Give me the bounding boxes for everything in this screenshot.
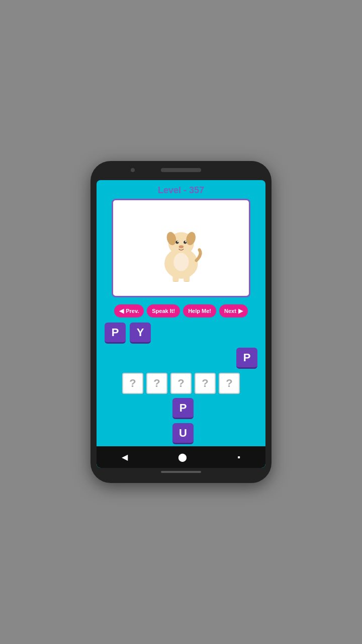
svg-point-5 xyxy=(184,240,187,244)
puzzle-image xyxy=(112,199,250,297)
svg-point-8 xyxy=(178,245,184,248)
svg-point-6 xyxy=(177,240,178,242)
letter-row-4: U xyxy=(101,423,261,444)
prev-arrow-icon: ◀ xyxy=(119,307,124,314)
next-button[interactable]: Next ▶ xyxy=(219,304,248,317)
level-title: Level - 357 xyxy=(97,180,265,199)
phone-speaker xyxy=(161,168,201,172)
letter-row-1: P Y xyxy=(101,323,261,344)
svg-rect-9 xyxy=(172,274,178,281)
recents-nav-button[interactable]: ▪ xyxy=(231,451,246,464)
dog-illustration xyxy=(134,215,229,282)
svg-point-13 xyxy=(173,253,189,271)
letter-row-2: P xyxy=(101,348,261,369)
letter-tile-y[interactable]: Y xyxy=(130,323,151,344)
next-arrow-icon: ▶ xyxy=(238,307,243,314)
phone-navigation: ◀ ⬤ ▪ xyxy=(97,446,265,468)
help-button[interactable]: Help Me! xyxy=(183,304,216,317)
speak-button[interactable]: Speak It! xyxy=(147,304,180,317)
answer-tile-4[interactable]: ? xyxy=(195,373,216,394)
back-nav-button[interactable]: ◀ xyxy=(116,450,134,464)
answer-tile-1[interactable]: ? xyxy=(122,373,143,394)
prev-button[interactable]: ◀ Prev. xyxy=(114,304,144,317)
phone-device: Level - 357 xyxy=(90,161,272,483)
phone-screen: Level - 357 xyxy=(97,180,265,468)
answer-tile-3[interactable]: ? xyxy=(170,373,192,394)
action-buttons-row: ◀ Prev. Speak It! Help Me! Next ▶ xyxy=(97,304,265,317)
answer-row: ? ? ? ? ? xyxy=(101,373,261,394)
letter-tile-u[interactable]: U xyxy=(172,423,194,444)
home-nav-button[interactable]: ⬤ xyxy=(172,450,193,464)
svg-point-4 xyxy=(175,240,178,244)
phone-home-bar xyxy=(161,471,201,473)
svg-point-7 xyxy=(185,240,186,242)
answer-tile-2[interactable]: ? xyxy=(146,373,167,394)
phone-camera xyxy=(131,168,135,172)
svg-rect-10 xyxy=(184,274,190,281)
letter-tile-p2[interactable]: P xyxy=(236,348,257,369)
answer-tile-5[interactable]: ? xyxy=(219,373,240,394)
letter-tile-p3[interactable]: P xyxy=(172,398,194,419)
letter-tile-p1[interactable]: P xyxy=(105,323,126,344)
letter-row-3: P xyxy=(101,398,261,419)
letters-area: P Y P ? ? ? ? ? P U xyxy=(97,320,265,446)
